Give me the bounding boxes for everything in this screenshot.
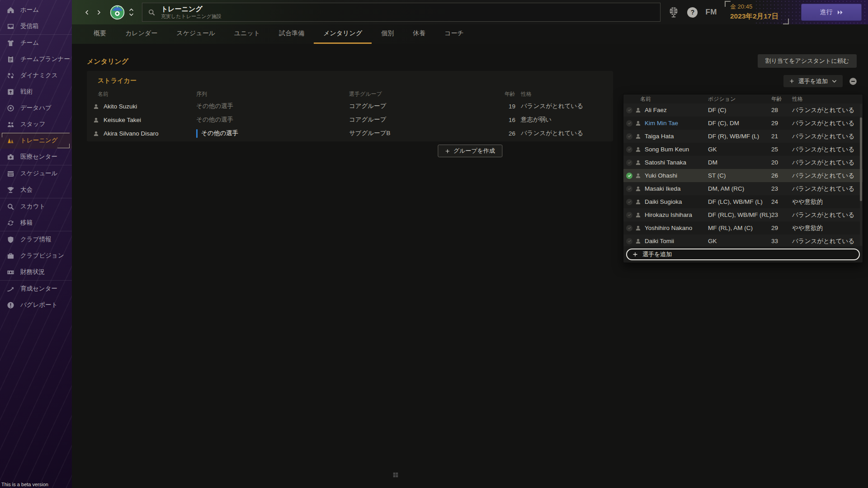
add-player-row[interactable]: Satoshi TanakaDM20バランスがとれている [623, 156, 863, 169]
add-player-row[interactable]: Ali FaezDF (C)28バランスがとれている [623, 103, 863, 117]
column-header-personality[interactable]: 性格 [515, 90, 613, 98]
player-name[interactable]: Satoshi Tanaka [645, 159, 686, 166]
column-header-position[interactable]: ポジション [708, 95, 771, 103]
sidebar-item-competitions[interactable]: 大会 [0, 182, 72, 198]
checked-circle-icon[interactable] [626, 173, 632, 179]
unchecked-circle-icon[interactable] [626, 199, 632, 205]
tab-schedule[interactable]: スケジュール [167, 24, 225, 44]
player-name[interactable]: Daiki Sugioka [645, 198, 682, 205]
mentoring-group-row[interactable]: Keisuke Takeiその他の選手コアグループ16意志が弱い [87, 113, 613, 127]
unchecked-circle-icon[interactable] [626, 212, 632, 218]
column-header-age[interactable]: 年齢 [494, 90, 515, 98]
popup-scrollbar-thumb[interactable] [860, 117, 862, 201]
tab-label: 試合準備 [279, 29, 304, 38]
add-player-row[interactable]: Daiki SugiokaDF (LC), WB/MF (L)24やや意欲的 [623, 195, 863, 208]
popup-scrollbar[interactable] [860, 104, 862, 246]
tab-match-prep[interactable]: 試合準備 [269, 24, 314, 44]
unchecked-circle-icon[interactable] [626, 160, 632, 166]
sidebar-item-tactics[interactable]: 戦術 [0, 84, 72, 100]
column-header-hierarchy[interactable]: 序列 [196, 90, 349, 98]
sidebar-item-label: 受信箱 [20, 22, 39, 30]
column-header-age[interactable]: 年齢 [771, 95, 792, 103]
sidebar-item-bug-report[interactable]: バグレポート [0, 297, 72, 313]
add-player-row[interactable]: Masaki IkedaDM, AM (RC)23バランスがとれている [623, 182, 863, 195]
sidebar-item-schedule[interactable]: スケジュール [0, 165, 72, 182]
column-header-name[interactable]: 名前 [93, 90, 196, 98]
add-player-row[interactable]: Daiki TomiiGK33バランスがとれている [623, 235, 863, 246]
column-header-player-group[interactable]: 選手グループ [349, 90, 494, 98]
tab-overview[interactable]: 概要 [84, 24, 116, 44]
hierarchy-cell[interactable]: その他の選手 [196, 129, 349, 138]
hierarchy-cell[interactable]: その他の選手 [196, 102, 349, 110]
sidebar-item-team-planner[interactable]: チームプランナー [0, 51, 72, 67]
add-player-row[interactable]: Hirokazu IshiharaDF (RLC), WB/MF (RL)23バ… [623, 208, 863, 221]
sidebar-item-club-info[interactable]: クラブ情報 [0, 231, 72, 248]
add-player-row[interactable]: Song Bum KeunGK25バランスがとれている [623, 143, 863, 156]
sidebar-item-medical-centre[interactable]: 医療センター [0, 149, 72, 165]
add-player-row[interactable]: Yuki OhashiST (C)26バランスがとれている [623, 169, 863, 182]
world-button[interactable] [668, 6, 679, 19]
age-cell: 26 [771, 172, 792, 179]
sidebar-item-team[interactable]: チーム [0, 34, 72, 51]
unchecked-circle-icon[interactable] [626, 146, 632, 153]
add-player-dropdown-button[interactable]: 選手を追加 [783, 75, 843, 87]
sidebar-item-staff[interactable]: スタッフ [0, 116, 72, 132]
continue-button[interactable]: 進行 [801, 4, 862, 21]
player-name[interactable]: Yuki Ohashi [645, 172, 677, 179]
nav-forward-button[interactable] [93, 5, 104, 19]
player-name[interactable]: Masaki Ikeda [645, 185, 681, 192]
help-button[interactable]: ? [687, 7, 698, 18]
sidebar-item-training[interactable]: トレーニング [0, 132, 72, 149]
add-player-footer-button[interactable]: 選手を追加 [626, 249, 860, 260]
sidebar-item-finances[interactable]: 財務状況 [0, 264, 72, 280]
player-name[interactable]: Hirokazu Ishihara [645, 211, 692, 218]
player-name-cell[interactable]: Akito Suzuki [93, 103, 196, 110]
create-group-button[interactable]: グループを作成 [438, 145, 502, 157]
unchecked-circle-icon[interactable] [626, 107, 632, 113]
column-header-personality[interactable]: 性格 [792, 95, 863, 103]
sidebar-item-club-vision[interactable]: クラブビジョン [0, 248, 72, 264]
tab-label: 休養 [413, 29, 425, 38]
player-name[interactable]: Song Bum Keun [645, 146, 689, 153]
search-bar[interactable]: トレーニング 充実したトレーニング施設 [142, 3, 660, 22]
tab-calendar[interactable]: カレンダー [116, 24, 167, 44]
player-name[interactable]: Daiki Tomii [645, 238, 674, 244]
sidebar-item-transfers[interactable]: 移籍 [0, 215, 72, 231]
club-badge-icon[interactable] [110, 5, 125, 20]
mentoring-group-row[interactable]: Akira Silvano Disaroその他の選手サブグループB26バランスが… [87, 127, 613, 140]
player-name[interactable]: Kim Min Tae [645, 120, 678, 127]
sidebar-item-scouting[interactable]: スカウト [0, 198, 72, 215]
unchecked-circle-icon[interactable] [626, 120, 632, 127]
remove-player-button[interactable] [849, 77, 857, 85]
sidebar-item-dynamics[interactable]: ダイナミクス [0, 67, 72, 84]
tab-individual[interactable]: 個別 [372, 24, 403, 44]
tab-mentoring[interactable]: メンタリング [314, 24, 372, 44]
unchecked-circle-icon[interactable] [626, 238, 632, 244]
tab-rest[interactable]: 休養 [403, 24, 435, 44]
sidebar-item-home[interactable]: ホーム [0, 2, 72, 18]
player-name[interactable]: Taiga Hata [645, 133, 674, 140]
column-header-name[interactable]: 名前 [626, 95, 708, 103]
mentoring-group-row[interactable]: Akito Suzukiその他の選手コアグループ19バランスがとれている [87, 99, 613, 113]
sidebar-item-development-centre[interactable]: 育成センター [0, 280, 72, 297]
unchecked-circle-icon[interactable] [626, 186, 632, 192]
tab-coaches[interactable]: コーチ [435, 24, 473, 44]
personality-cell: バランスがとれている [792, 145, 863, 154]
sidebar-item-inbox[interactable]: 受信箱 [0, 18, 72, 34]
sidebar-item-label: チームプランナー [20, 55, 70, 63]
player-name[interactable]: Ali Faez [645, 107, 667, 113]
player-name[interactable]: Yoshihiro Nakano [645, 225, 692, 231]
add-player-row[interactable]: Yoshihiro NakanoMF (RL), AM (C)29やや意欲的 [623, 221, 863, 235]
add-player-row[interactable]: Kim Min TaeDF (C), DM29バランスがとれている [623, 117, 863, 130]
add-player-row[interactable]: Taiga HataDF (R), WB/MF (L)21バランスがとれている [623, 130, 863, 143]
unchecked-circle-icon[interactable] [626, 225, 632, 231]
player-name-cell[interactable]: Akira Silvano Disaro [93, 130, 196, 137]
team-switcher[interactable] [129, 8, 134, 16]
unchecked-circle-icon[interactable] [626, 133, 632, 140]
assign-to-assistant-button[interactable]: 割り当てをアシスタントに頼む [758, 54, 857, 68]
hierarchy-cell[interactable]: その他の選手 [196, 116, 349, 124]
sidebar-item-data-hub[interactable]: データハブ [0, 100, 72, 116]
tab-units[interactable]: ユニット [225, 24, 269, 44]
nav-back-button[interactable] [81, 5, 93, 19]
player-name-cell[interactable]: Keisuke Takei [93, 117, 196, 123]
